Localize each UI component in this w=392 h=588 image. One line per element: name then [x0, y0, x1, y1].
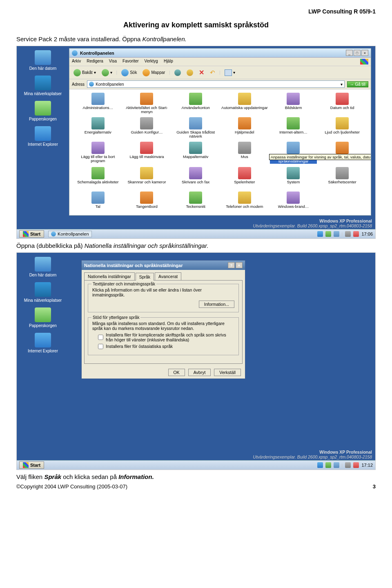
- menu-hjalp[interactable]: Hjälp: [164, 59, 173, 65]
- cancel-button[interactable]: Avbryt: [188, 369, 211, 376]
- group-legend: Texttjänster och inmatningsspråk: [91, 281, 156, 286]
- desktop-network[interactable]: Mina nätverksplatser: [18, 282, 67, 303]
- tray-shield-icon[interactable]: [353, 231, 359, 237]
- delete-button[interactable]: ✕: [197, 68, 206, 77]
- menu-redigera[interactable]: Redigera: [87, 59, 103, 65]
- group-text-services: Texttjänster och inmatningsspråk Klicka …: [88, 284, 239, 312]
- cp-item[interactable]: Skrivare och fax: [171, 166, 220, 189]
- cp-item[interactable]: Administrations…: [74, 92, 122, 115]
- cp-item[interactable]: Lägg till maskinvara: [122, 141, 172, 165]
- start-icon: [23, 462, 29, 468]
- group-extra-lang: Stöd för ytterligare språk Många språk i…: [88, 317, 239, 355]
- tray-icon-1[interactable]: [325, 231, 331, 237]
- tray-ie-icon[interactable]: [317, 462, 323, 468]
- computer-icon: [35, 257, 51, 272]
- desktop-my-computer[interactable]: Den här datorn: [18, 257, 67, 277]
- cp-item-nationella[interactable]: Nationella inställningar och språkinstäl…: [269, 141, 318, 165]
- cp-item[interactable]: Datum och tid: [318, 92, 367, 115]
- cp-item[interactable]: Säkerhetscenter: [318, 166, 367, 189]
- cp-item[interactable]: Aktivitetsfältet och Start-menyn: [122, 92, 172, 115]
- ie-icon: [35, 333, 51, 347]
- copy-button[interactable]: [185, 69, 195, 77]
- views-button[interactable]: ▾: [223, 69, 237, 77]
- menu-verktyg[interactable]: Verktyg: [145, 59, 158, 65]
- cp-item[interactable]: Energialternativ: [74, 116, 122, 139]
- desktop-ie[interactable]: Internet Explorer: [18, 126, 67, 147]
- cp-item[interactable]: Schemalagda aktiviteter: [74, 166, 122, 189]
- cp-item[interactable]: Spelenheter: [220, 166, 269, 189]
- forward-button[interactable]: ▾: [100, 68, 114, 77]
- dialog-buttons: OK Avbryt Verkställ: [82, 366, 245, 379]
- move-button[interactable]: [173, 69, 183, 77]
- start-button[interactable]: Start: [19, 461, 44, 469]
- cp-item[interactable]: Teckensnitt: [171, 191, 220, 214]
- tray-word-icon[interactable]: [334, 231, 339, 237]
- cp-item[interactable]: Hjälpmedel: [220, 116, 269, 139]
- undo-button[interactable]: ↶: [208, 68, 217, 77]
- close-button[interactable]: ×: [361, 50, 368, 56]
- network-icon: [35, 76, 51, 90]
- recycle-icon: [35, 101, 51, 116]
- cp-item[interactable]: Ljud och ljudenheter: [318, 116, 367, 139]
- help-button[interactable]: ?: [228, 262, 235, 268]
- search-button[interactable]: Sök: [120, 68, 138, 77]
- desktop-network[interactable]: Mina nätverksplatser: [18, 76, 67, 96]
- tray-icon-2[interactable]: [345, 231, 351, 237]
- cp-item[interactable]: Internet-altern…: [269, 116, 318, 139]
- desktop-ie[interactable]: Internet Explorer: [18, 333, 67, 353]
- cp-icon: [189, 142, 202, 154]
- cp-item[interactable]: Tal: [74, 191, 122, 214]
- cp-item[interactable]: Tangentbord: [122, 191, 172, 214]
- cp-item[interactable]: Windows-brand…: [269, 191, 318, 214]
- information-button[interactable]: Information...: [199, 301, 234, 308]
- tray-icon-1[interactable]: [325, 462, 331, 468]
- page-number: 3: [373, 483, 376, 490]
- copy-icon: [187, 69, 193, 76]
- go-button[interactable]: → Gå till: [347, 81, 368, 87]
- instruction-2: Öppna (dubbelklicka på) Nationella instä…: [16, 242, 376, 249]
- taskbar-item[interactable]: Kontrollpanelen: [48, 231, 91, 237]
- tray-word-icon[interactable]: [334, 462, 339, 468]
- folders-button[interactable]: Mappar: [141, 68, 167, 77]
- desktop-recycle[interactable]: Papperskorgen: [18, 101, 67, 121]
- cp-item[interactable]: Automatiska uppdateringar: [220, 92, 269, 115]
- menu-arkiv[interactable]: Arkiv: [72, 59, 81, 65]
- page-title: Aktivering av komplett samiskt språkstöd: [16, 21, 376, 29]
- address-input[interactable]: Kontrollpanelen ▾: [87, 80, 345, 88]
- cp-item[interactable]: System: [269, 166, 318, 189]
- tray-ie-icon[interactable]: [317, 231, 323, 237]
- menu-visa[interactable]: Visa: [109, 59, 117, 65]
- cp-item[interactable]: Mappalternativ: [171, 141, 220, 165]
- tab-sprak[interactable]: Språk: [136, 273, 154, 281]
- tray-icon-2[interactable]: [345, 462, 351, 468]
- clock: 17:12: [361, 463, 373, 468]
- cp-item[interactable]: Mus: [220, 141, 269, 165]
- tab-avancerat[interactable]: Avancerat: [155, 272, 181, 280]
- checkbox-eastasian[interactable]: Installera filer för östasiatiska språk: [98, 344, 234, 349]
- ok-button[interactable]: OK: [168, 369, 185, 376]
- cp-item[interactable]: Skannrar och kameror: [122, 166, 172, 189]
- dialog-tabs: Nationella inställningar Språk Avancerat: [82, 270, 245, 280]
- close-button[interactable]: ×: [236, 262, 243, 268]
- desktop-my-computer[interactable]: Den här datorn: [18, 50, 67, 71]
- max-button[interactable]: □: [354, 50, 361, 56]
- menu-favoriter[interactable]: Favoriter: [122, 59, 138, 65]
- tab-nationella[interactable]: Nationella inställningar: [84, 272, 135, 280]
- cp-item[interactable]: Användarkonton: [171, 92, 220, 115]
- group-text: Klicka på Information om du vill se elle…: [92, 287, 234, 297]
- cp-item[interactable]: Guiden Konfigur…: [122, 116, 172, 139]
- back-button[interactable]: Bakåt▾: [72, 68, 98, 77]
- tray-shield-icon[interactable]: [353, 462, 359, 468]
- cp-item[interactable]: Bildskärm: [269, 92, 318, 115]
- apply-button[interactable]: Verkställ: [214, 369, 241, 376]
- cp-item[interactable]: Lägg till eller ta bort program: [74, 141, 122, 165]
- min-button[interactable]: _: [346, 50, 353, 56]
- cp-item[interactable]: Telefoner och modem: [220, 191, 269, 214]
- views-icon: [225, 69, 232, 76]
- control-panel-grid: Administrations…Aktivitetsfältet och Sta…: [69, 89, 371, 215]
- desktop-recycle[interactable]: Papperskorgen: [18, 307, 67, 328]
- checkbox-complex[interactable]: Installera filer för komplicerade skrift…: [98, 332, 234, 342]
- start-button[interactable]: Start: [19, 230, 44, 238]
- cp-item[interactable]: Nätverksanslut…: [318, 141, 367, 165]
- cp-item[interactable]: Guiden Skapa trådlöst nätverk: [171, 116, 220, 139]
